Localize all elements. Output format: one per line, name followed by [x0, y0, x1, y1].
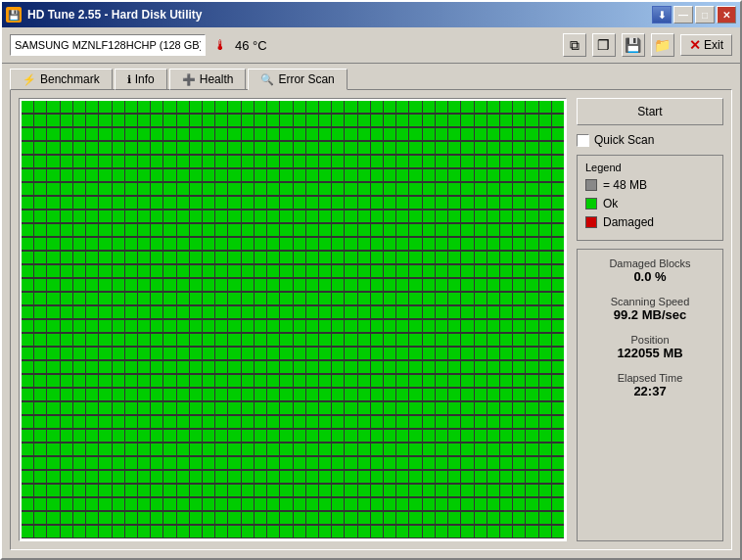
grid-cell	[371, 169, 383, 181]
grid-cell	[255, 361, 266, 373]
grid-cell	[306, 498, 318, 510]
grid-cell	[436, 526, 447, 537]
grid-cell	[267, 348, 279, 359]
grid-cell	[61, 361, 72, 373]
drive-dropdown[interactable]: SAMSUNG MZNLF128HCHP (128 GB)	[10, 34, 206, 56]
grid-cell	[203, 279, 214, 291]
grid-cell	[47, 430, 59, 442]
quick-scan-checkbox[interactable]	[577, 134, 589, 147]
grid-cell	[113, 443, 124, 455]
grid-cell	[552, 430, 564, 442]
grid-cell	[125, 334, 137, 346]
tab-error-scan[interactable]: 🔍 Error Scan	[248, 69, 347, 90]
grid-cell	[475, 238, 487, 250]
grid-cell	[513, 197, 525, 209]
grid-cell	[487, 265, 499, 277]
start-button[interactable]: Start	[577, 98, 723, 125]
grid-cell	[461, 443, 473, 455]
grid-cell	[242, 485, 254, 496]
grid-cell	[475, 142, 487, 154]
maximize-button[interactable]: □	[695, 6, 715, 23]
save-icon-btn[interactable]: 💾	[622, 33, 645, 57]
grid-cell	[34, 320, 46, 332]
grid-cell	[332, 498, 344, 510]
grid-cell	[487, 210, 499, 222]
grid-cell	[409, 443, 421, 455]
grid-cell	[371, 210, 383, 222]
grid-cell	[539, 348, 551, 359]
tab-info[interactable]: ℹ Info	[115, 69, 167, 90]
grid-cell	[423, 142, 435, 154]
grid-cell	[396, 238, 408, 250]
grid-cell	[487, 197, 499, 209]
grid-cell	[113, 142, 124, 154]
window-title: HD Tune 2.55 - Hard Disk Utility	[27, 8, 652, 22]
grid-cell	[34, 183, 46, 195]
benchmark-tab-label: Benchmark	[40, 72, 100, 86]
grid-cell	[255, 197, 266, 209]
tab-health[interactable]: ➕ Health	[169, 69, 247, 90]
grid-cell	[34, 293, 46, 304]
grid-cell	[138, 115, 150, 126]
grid-cell	[500, 279, 512, 291]
grid-cell	[358, 471, 370, 483]
grid-cell	[358, 293, 370, 304]
grid-cell	[448, 334, 460, 346]
grid-cell	[345, 279, 356, 291]
grid-cell	[306, 389, 318, 400]
grid-cell	[371, 252, 383, 263]
grid-cell	[177, 512, 189, 524]
grid-cell	[513, 334, 525, 346]
legend-box: Legend = 48 MB Ok Damaged	[577, 155, 723, 241]
minimize-button[interactable]: —	[673, 6, 693, 23]
grid-cell	[113, 197, 124, 209]
grid-cell	[345, 443, 356, 455]
grid-cell	[487, 169, 499, 181]
grid-cell	[34, 471, 46, 483]
grid-cell	[242, 306, 254, 318]
grid-cell	[384, 252, 395, 263]
grid-cell	[22, 142, 33, 154]
grid-cell	[513, 210, 525, 222]
grid-cell	[436, 402, 447, 414]
grid-cell	[73, 430, 85, 442]
grid-cell	[22, 430, 33, 442]
grid-cell	[125, 320, 137, 332]
copy2-icon-btn[interactable]: ❐	[592, 33, 616, 57]
grid-cell	[163, 115, 175, 126]
grid-cell	[396, 320, 408, 332]
grid-cell	[319, 402, 331, 414]
grid-cell	[539, 485, 551, 496]
grid-cell	[500, 169, 512, 181]
grid-cell	[384, 320, 395, 332]
grid-cell	[280, 183, 292, 195]
grid-cell	[113, 416, 124, 428]
grid-cell	[73, 128, 85, 140]
download-icon-btn[interactable]: ⬇	[652, 6, 672, 23]
grid-cell	[138, 293, 150, 304]
grid-cell	[163, 361, 175, 373]
grid-cell	[73, 224, 85, 236]
folder-icon-btn[interactable]: 📁	[651, 33, 674, 57]
grid-cell	[513, 265, 525, 277]
grid-cell	[358, 210, 370, 222]
exit-button[interactable]: ✕ Exit	[680, 34, 732, 56]
grid-cell	[371, 334, 383, 346]
close-button[interactable]: ✕	[717, 6, 736, 23]
grid-cell	[86, 115, 98, 126]
grid-cell	[151, 238, 162, 250]
grid-cell	[138, 389, 150, 400]
grid-cell	[319, 252, 331, 263]
tab-benchmark[interactable]: ⚡ Benchmark	[10, 69, 113, 90]
grid-cell	[332, 512, 344, 524]
grid-cell	[203, 142, 214, 154]
grid-cell	[255, 334, 266, 346]
grid-cell	[306, 375, 318, 387]
grid-cell	[73, 402, 85, 414]
elapsed-time-value: 22:37	[585, 384, 715, 398]
grid-cell	[409, 293, 421, 304]
copy1-icon-btn[interactable]: ⧉	[563, 33, 586, 57]
grid-cell	[358, 197, 370, 209]
grid-cell	[151, 375, 162, 387]
grid-cell	[396, 115, 408, 126]
